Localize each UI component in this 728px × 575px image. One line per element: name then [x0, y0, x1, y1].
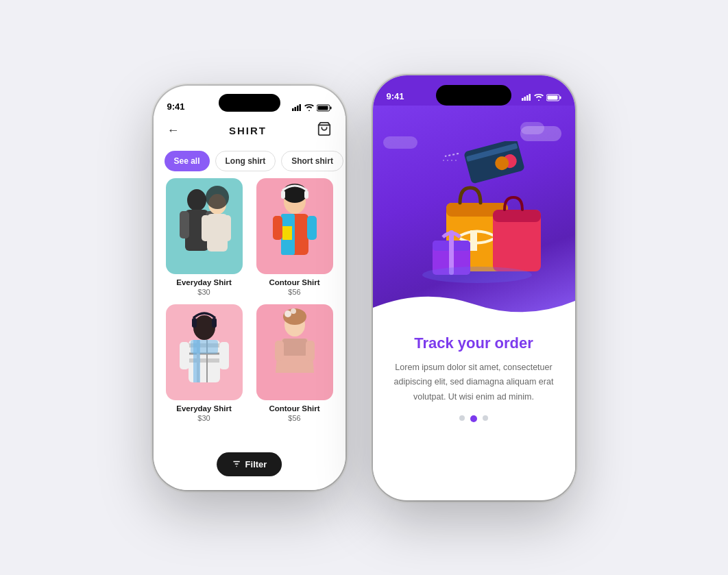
- product-person-2: [256, 178, 333, 274]
- product-image-2: [256, 178, 333, 274]
- tab-see-all[interactable]: See all: [165, 151, 210, 171]
- wave-divider: [373, 287, 575, 321]
- svg-rect-15: [202, 215, 210, 241]
- product-card-1[interactable]: Everyday Shirt $30: [163, 178, 245, 296]
- product-price-1: $30: [197, 288, 210, 296]
- tab-short-shirt[interactable]: Short shirt: [281, 151, 343, 171]
- svg-rect-5: [330, 106, 331, 109]
- product-image-4: [256, 304, 333, 400]
- cart-button[interactable]: [317, 121, 332, 140]
- dot-3[interactable]: [483, 415, 488, 421]
- svg-point-41: [284, 310, 291, 317]
- svg-rect-16: [223, 215, 231, 241]
- product-card-4[interactable]: Contour Shirt $56: [254, 304, 336, 422]
- svg-line-60: [445, 154, 459, 156]
- svg-rect-51: [526, 95, 529, 101]
- phone-2-content: Track your order Lorem ipsum dolor sit a…: [373, 106, 575, 498]
- product-person-4: [256, 304, 333, 400]
- product-price-4: $56: [288, 414, 300, 422]
- wifi-icon-2: [534, 94, 544, 101]
- svg-rect-27: [192, 318, 197, 328]
- svg-rect-49: [522, 98, 524, 101]
- phone-1: 9:41 ← S: [154, 86, 345, 490]
- phone-1-content: ← SHIRT See all Long shirt Short shirt: [154, 116, 345, 490]
- svg-rect-1: [294, 107, 296, 111]
- svg-rect-54: [559, 96, 561, 99]
- dynamic-island-2: [436, 85, 511, 106]
- svg-rect-2: [297, 106, 299, 111]
- filter-icon: [232, 459, 241, 469]
- signal-icon-2: [522, 94, 531, 101]
- product-name-1: Everyday Shirt: [176, 278, 232, 286]
- cloud-2: [520, 122, 544, 134]
- wifi-icon: [304, 104, 314, 111]
- svg-rect-28: [212, 318, 217, 328]
- svg-rect-50: [524, 97, 526, 101]
- svg-rect-24: [273, 216, 282, 240]
- svg-rect-43: [282, 339, 307, 356]
- svg-point-13: [206, 186, 229, 209]
- svg-rect-6: [317, 106, 328, 110]
- svg-rect-38: [191, 340, 218, 354]
- svg-rect-3: [299, 104, 301, 111]
- product-name-4: Contour Shirt: [269, 404, 319, 413]
- status-icons-2: [522, 94, 561, 101]
- track-description: Lorem ipsum dolor sit amet, consectetuer…: [387, 360, 561, 404]
- product-image-1: [166, 178, 243, 274]
- svg-rect-36: [219, 342, 229, 369]
- status-icons-1: [292, 104, 332, 112]
- filter-button[interactable]: Filter: [217, 452, 282, 476]
- product-price-3: $30: [197, 414, 210, 422]
- svg-point-26: [193, 315, 215, 340]
- back-button[interactable]: ←: [167, 123, 180, 138]
- svg-rect-10: [180, 211, 189, 238]
- svg-rect-44: [275, 341, 284, 361]
- battery-icon-2: [546, 94, 561, 101]
- page-title: SHIRT: [229, 125, 267, 136]
- phone-2: 9:41: [373, 75, 575, 500]
- cart-icon-svg: [317, 121, 332, 136]
- product-name-3: Everyday Shirt: [176, 404, 232, 413]
- product-grid: Everyday Shirt $30: [154, 178, 345, 422]
- signal-icon: [292, 104, 302, 111]
- battery-icon: [317, 104, 332, 112]
- dynamic-island-1: [219, 94, 280, 112]
- product-card-3[interactable]: Everyday Shirt $30: [163, 304, 245, 422]
- product-person-3: [166, 304, 243, 400]
- filter-label: Filter: [245, 459, 267, 469]
- svg-rect-25: [307, 216, 317, 240]
- svg-rect-20: [304, 191, 308, 199]
- svg-rect-35: [180, 342, 189, 369]
- product-price-2: $56: [288, 288, 300, 296]
- time-display-2: 9:41: [387, 91, 404, 101]
- svg-point-70: [422, 267, 532, 283]
- product-image-3: [166, 304, 243, 400]
- dot-2[interactable]: [470, 415, 477, 422]
- svg-point-8: [187, 189, 206, 211]
- svg-rect-0: [292, 108, 294, 111]
- track-body: Track your order Lorem ipsum dolor sit a…: [373, 321, 575, 497]
- shopping-illustration: [405, 141, 542, 292]
- product-card-2[interactable]: Contour Shirt $56: [254, 178, 336, 296]
- pagination-dots: [459, 415, 488, 422]
- svg-rect-66: [493, 210, 541, 222]
- svg-rect-55: [547, 95, 557, 99]
- product-name-2: Contour Shirt: [269, 278, 319, 286]
- dot-1[interactable]: [459, 415, 465, 421]
- app-header: ← SHIRT: [154, 116, 345, 147]
- time-display-1: 9:41: [167, 101, 185, 112]
- svg-rect-23: [282, 226, 292, 240]
- filter-tabs: See all Long shirt Short shirt: [154, 147, 345, 178]
- product-person-1: [166, 178, 243, 274]
- tab-long-shirt[interactable]: Long shirt: [215, 151, 276, 171]
- track-title: Track your order: [414, 334, 533, 352]
- svg-rect-64: [470, 230, 477, 251]
- svg-rect-19: [281, 191, 285, 199]
- svg-point-42: [291, 308, 296, 314]
- svg-rect-45: [306, 341, 315, 361]
- svg-rect-52: [529, 94, 531, 101]
- hero-section: [373, 106, 575, 321]
